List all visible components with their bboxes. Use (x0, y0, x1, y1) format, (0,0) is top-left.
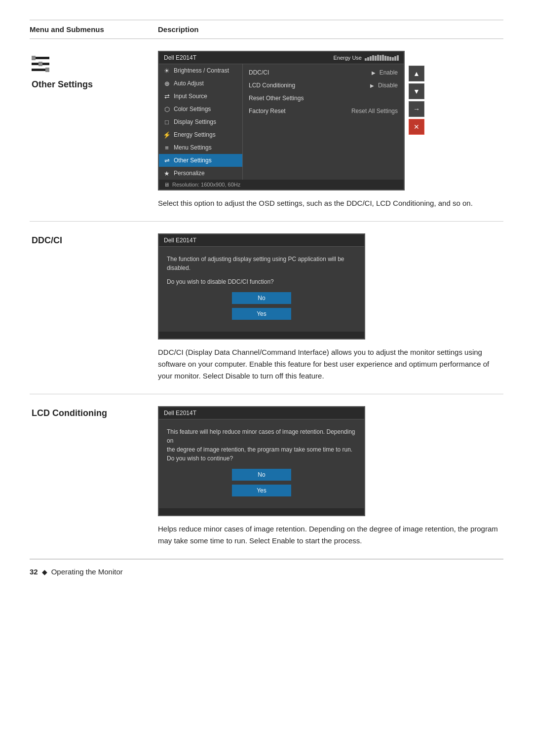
osd-submenu-factoryreset[interactable]: Factory Reset Reset All Settings (243, 105, 404, 117)
osd-menu-brightness-label: Brightness / Contrast (174, 67, 229, 74)
osd-menu-inputsource[interactable]: ⇄ Input Source (159, 90, 242, 103)
osd-menu-colorsettings[interactable]: ⬡ Color Settings (159, 103, 242, 115)
osd-submenu-lcd[interactable]: LCD Conditioning ▶ Disable (243, 79, 404, 92)
nav-down-button[interactable]: ▼ (409, 83, 424, 99)
colorsettings-icon: ⬡ (163, 105, 171, 113)
lcd-value: Disable (378, 82, 398, 89)
nav-close-button[interactable]: ✕ (409, 119, 424, 135)
table-header: Menu and Submenus Description (30, 20, 503, 39)
lcd-dialog-footer (159, 508, 364, 515)
lcd-dialog-body: This feature will help reduce minor case… (159, 419, 364, 508)
osd-body: ☀ Brightness / Contrast ⊕ Auto Adjust ⇄ … (159, 64, 404, 180)
other-settings-label: Other Settings (32, 79, 93, 90)
footer-text: Operating the Monitor (51, 567, 123, 576)
lcd-body-question: Do you wish to continue? (167, 454, 356, 463)
osd-menu-energysettings[interactable]: ⚡ Energy Settings (159, 128, 242, 141)
menusettings-icon: ≡ (163, 144, 171, 151)
displaysettings-icon: □ (163, 118, 171, 126)
ddcci-yes-button[interactable]: Yes (232, 308, 291, 320)
osd-title: Dell E2014T (164, 54, 196, 61)
ddcci-dialog-buttons: No Yes (167, 286, 356, 327)
page-footer: 32 ◆ Operating the Monitor (30, 559, 503, 576)
osd-menu-col: ☀ Brightness / Contrast ⊕ Auto Adjust ⇄ … (159, 64, 243, 180)
energy-bars-visual (365, 55, 399, 61)
osd-resolution: Resolution: 1600x900, 60Hz (172, 182, 240, 188)
lcd-no-button[interactable]: No (232, 469, 291, 481)
othersettings-icon: ⇌ (163, 156, 171, 164)
osd-submenu-ddcci[interactable]: DDC/CI ▶ Enable (243, 66, 404, 79)
ddcci-dialog-screen: Dell E2014T The function of adjusting di… (158, 233, 365, 340)
ddcci-value: Enable (380, 69, 398, 76)
svg-rect-4 (38, 62, 42, 66)
section-other-settings: Other Settings Dell E2014T Energy Use (30, 39, 503, 222)
osd-menu-personalize[interactable]: ★ Personalize (159, 167, 242, 180)
osd-menu-autoadjust[interactable]: ⊕ Auto Adjust (159, 77, 242, 90)
brightness-icon: ☀ (163, 67, 171, 75)
energy-label: Energy Use (334, 55, 362, 61)
lcd-yes-button[interactable]: Yes (232, 485, 291, 496)
ddcci-arrow: ▶ (372, 70, 376, 76)
osd-submenu-ddcci-label: DDC/CI (249, 69, 269, 76)
lcd-body-line2: the degree of image retention, the progr… (167, 445, 356, 454)
lcd-body-line1: This feature will help reduce minor case… (167, 427, 356, 445)
lcd-description: Helps reduce minor cases of image retent… (158, 523, 503, 547)
energysettings-icon: ⚡ (163, 131, 171, 139)
nav-right-button[interactable]: → (409, 101, 424, 117)
ddcci-dialog-footer (159, 332, 364, 339)
osd-nav-buttons: ▲ ▼ → ✕ (409, 51, 424, 135)
personalize-icon: ★ (163, 169, 171, 177)
svg-rect-3 (32, 56, 36, 60)
osd-submenu-lcd-label: LCD Conditioning (249, 82, 295, 89)
section-ddcci: DDC/CI Dell E2014T The function of adjus… (30, 222, 503, 394)
factoryreset-value: Reset All Settings (351, 108, 398, 114)
ddcci-body-line1: The function of adjusting display settin… (167, 255, 356, 264)
footer-bullet: ◆ (42, 568, 47, 576)
osd-title-bar: Dell E2014T Energy Use (159, 52, 404, 64)
monitor-icon: 🖥 (164, 182, 169, 188)
section-lcd-conditioning: LCD Conditioning Dell E2014T This featur… (30, 394, 503, 559)
autoadjust-icon: ⊕ (163, 79, 171, 87)
osd-menu-displaysettings[interactable]: □ Display Settings (159, 115, 242, 128)
osd-submenu-col: DDC/CI ▶ Enable LCD Conditioning ▶ Disab… (243, 64, 404, 180)
ddcci-body-line2: disabled. (167, 264, 356, 272)
lcd-dialog-title: Dell E2014T (159, 407, 364, 419)
osd-menu-displaysettings-label: Display Settings (174, 118, 216, 125)
footer-page-number: 32 (30, 567, 38, 576)
section-left-other-settings: Other Settings (30, 51, 158, 90)
osd-menu-othersettings[interactable]: ⇌ Other Settings (159, 154, 242, 167)
energy-bar: Energy Use (334, 55, 399, 61)
osd-menu-inputsource-label: Input Source (174, 93, 207, 100)
osd-menu-menusettings-label: Menu Settings (174, 144, 212, 151)
section-left-ddcci: DDC/CI (30, 233, 158, 246)
osd-screen: Dell E2014T Energy Use (158, 51, 405, 190)
osd-menu-energysettings-label: Energy Settings (174, 131, 216, 138)
osd-submenu-resetother[interactable]: Reset Other Settings (243, 92, 404, 105)
ddcci-description: DDC/CI (Display Data Channel/Command Int… (158, 346, 503, 382)
section-right-other-settings: Dell E2014T Energy Use (158, 51, 503, 209)
osd-menu-othersettings-label: Other Settings (174, 157, 212, 164)
lcd-conditioning-label: LCD Conditioning (32, 408, 107, 418)
svg-rect-5 (45, 68, 49, 72)
osd-menu-brightness[interactable]: ☀ Brightness / Contrast (159, 64, 242, 77)
header-col-desc: Description (158, 25, 503, 34)
osd-submenu-factoryreset-label: Factory Reset (249, 108, 286, 114)
lcd-dialog-buttons: No Yes (167, 463, 356, 503)
section-left-lcd: LCD Conditioning (30, 406, 158, 418)
ddcci-no-button[interactable]: No (232, 292, 291, 304)
osd-menu-menusettings[interactable]: ≡ Menu Settings (159, 141, 242, 154)
ddcci-label: DDC/CI (32, 235, 62, 246)
ddcci-dialog-title: Dell E2014T (159, 234, 364, 247)
nav-up-button[interactable]: ▲ (409, 66, 424, 81)
section-right-ddcci: Dell E2014T The function of adjusting di… (158, 233, 503, 382)
osd-footer: 🖥 Resolution: 1600x900, 60Hz (159, 180, 404, 189)
section-right-lcd: Dell E2014T This feature will help reduc… (158, 406, 503, 547)
ddcci-dialog-body: The function of adjusting display settin… (159, 247, 364, 332)
osd-menu-autoadjust-label: Auto Adjust (174, 80, 204, 87)
osd-menu-colorsettings-label: Color Settings (174, 106, 211, 113)
other-settings-description: Select this option to adjust the OSD set… (158, 197, 503, 209)
osd-menu-personalize-label: Personalize (174, 170, 205, 177)
lcd-dialog-screen: Dell E2014T This feature will help reduc… (158, 406, 365, 516)
lcd-arrow: ▶ (370, 83, 374, 88)
osd-submenu-resetother-label: Reset Other Settings (249, 95, 304, 102)
osd-container-other-settings: Dell E2014T Energy Use (158, 51, 503, 190)
